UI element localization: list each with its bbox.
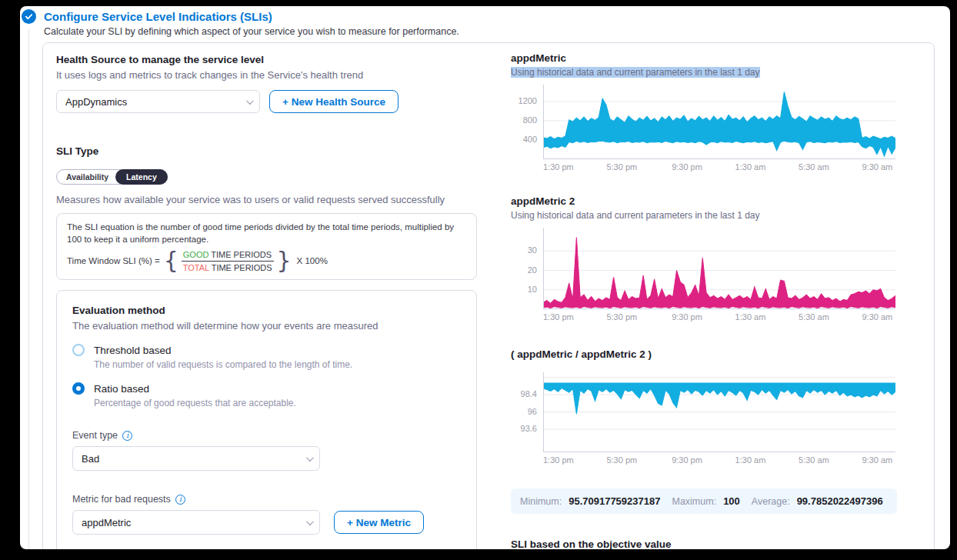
sli-equation-text: The SLI equation is the number of good t… xyxy=(67,222,466,245)
average-label: Average: xyxy=(752,496,790,507)
evaluation-method-description: The evaluation method will determine how… xyxy=(72,320,461,332)
equation-total-term: TOTAL xyxy=(183,263,209,272)
chevron-down-icon xyxy=(306,454,314,462)
sli-config-card: Health Source to manage the service leve… xyxy=(42,42,935,549)
radio-selected-icon[interactable] xyxy=(72,382,85,395)
sli-form-column: Health Source to manage the service leve… xyxy=(56,54,477,549)
sli-type-option-availability[interactable]: Availability xyxy=(57,170,116,184)
ratio-based-label: Ratio based xyxy=(94,383,149,395)
chevron-down-icon xyxy=(306,518,314,525)
health-source-select[interactable]: AppDynamics xyxy=(56,90,260,113)
sli-type-description: Measures how available your service was … xyxy=(56,194,477,205)
chart-appdmetric-2: appdMetric 2 Using historical data and c… xyxy=(511,195,895,325)
new-metric-button[interactable]: + New Metric xyxy=(334,511,424,534)
sli-type-toggle: Availability Latency xyxy=(56,169,168,185)
metric-bad-label-row: Metric for bad requests i xyxy=(72,494,461,505)
radio-unselected-icon[interactable] xyxy=(72,344,85,356)
chart-plot-area xyxy=(543,228,895,309)
metric-bad-label: Metric for bad requests xyxy=(72,494,171,505)
minimum-label: Minimum: xyxy=(520,496,562,507)
chart-plot-area xyxy=(543,372,895,452)
health-source-description: It uses logs and metrics to track change… xyxy=(56,69,477,81)
objective-value-heading: SLI based on the objective value xyxy=(511,538,895,549)
open-brace: { xyxy=(164,249,178,272)
chart-title: ( appdMetric / appdMetric 2 ) xyxy=(511,348,895,360)
x-axis-labels: 1:30 pm5:30 pm9:30 pm1:30 am5:30 am9:30 … xyxy=(543,455,895,468)
chart-ratio: ( appdMetric / appdMetric 2 ) 93.69698.4… xyxy=(511,348,895,468)
info-icon[interactable]: i xyxy=(175,495,185,505)
equation-good-rest: TIME PERIODS xyxy=(211,250,272,259)
page-subtitle: Calculate your SLI by defining which asp… xyxy=(44,26,459,37)
equation-suffix: X 100% xyxy=(297,256,328,265)
ratio-based-description: Percentage of good requests that are acc… xyxy=(94,398,461,408)
maximum-value: 100 xyxy=(723,495,740,507)
step-complete-check-icon xyxy=(22,9,36,24)
chart-appdmetric: appdMetric Using historical data and cur… xyxy=(511,52,895,175)
event-type-label: Event type xyxy=(72,430,118,441)
y-axis-labels: 93.69698.4 xyxy=(511,372,543,452)
sli-equation-box: The SLI equation is the number of good t… xyxy=(56,213,477,280)
x-axis-labels: 1:30 pm5:30 pm9:30 pm1:30 am5:30 am9:30 … xyxy=(543,162,895,175)
sli-equation-formula: Time Window SLI (%) = { GOOD TIME PERIOD… xyxy=(67,249,466,272)
equation-good-term: GOOD xyxy=(183,250,209,259)
metric-bad-value: appdMetric xyxy=(82,517,131,528)
threshold-based-description: The number of valid requests is compared… xyxy=(94,359,461,370)
chevron-down-icon xyxy=(246,97,254,105)
chart-title: appdMetric 2 xyxy=(511,195,895,207)
equation-prefix: Time Window SLI (%) = xyxy=(67,256,160,265)
chart-subtitle: Using historical data and current parame… xyxy=(511,67,760,78)
sli-type-label: SLI Type xyxy=(56,145,477,157)
event-type-value: Bad xyxy=(82,453,99,465)
evaluation-method-card: Evaluation method The evaluation method … xyxy=(56,290,477,549)
minimum-value: 95.70917759237187 xyxy=(569,495,660,507)
chart-title: appdMetric xyxy=(511,52,895,64)
page-title: Configure Service Level Indicatiors (SLI… xyxy=(44,10,272,23)
radio-threshold-based[interactable]: Threshold based xyxy=(72,344,461,356)
sli-type-option-latency[interactable]: Latency xyxy=(115,169,168,185)
charts-panel: appdMetric Using historical data and cur… xyxy=(511,52,895,549)
health-source-label: Health Source to manage the service leve… xyxy=(56,54,477,65)
info-icon[interactable]: i xyxy=(122,431,132,441)
x-axis-labels: 1:30 pm5:30 pm9:30 pm1:30 am5:30 am9:30 … xyxy=(543,312,895,325)
close-brace: } xyxy=(277,249,292,272)
maximum-label: Maximum: xyxy=(672,496,716,507)
radio-ratio-based[interactable]: Ratio based xyxy=(72,382,461,395)
page: Configure Service Level Indicatiors (SLI… xyxy=(20,6,950,549)
metric-bad-select[interactable]: appdMetric xyxy=(72,510,320,535)
event-type-label-row: Event type i xyxy=(72,430,461,441)
threshold-based-label: Threshold based xyxy=(94,345,172,356)
y-axis-labels: 4008001200 xyxy=(511,85,543,159)
average-value: 99.7852022497396 xyxy=(797,495,883,507)
evaluation-method-label: Evaluation method xyxy=(72,305,461,316)
equation-total-rest: TIME PERIODS xyxy=(212,263,272,272)
ratio-stats-bar: Minimum: 95.70917759237187 Maximum: 100 … xyxy=(511,488,897,514)
event-type-select[interactable]: Bad xyxy=(72,446,320,471)
step-connector-line xyxy=(28,29,29,549)
y-axis-labels: 102030 xyxy=(511,228,543,309)
equation-fraction: GOOD TIME PERIODS TOTAL TIME PERIODS xyxy=(182,250,274,272)
chart-subtitle: Using historical data and current parame… xyxy=(511,210,760,221)
new-health-source-button[interactable]: + New Health Source xyxy=(269,90,398,113)
chart-plot-area xyxy=(543,85,895,159)
health-source-selected-value: AppDynamics xyxy=(65,96,127,108)
